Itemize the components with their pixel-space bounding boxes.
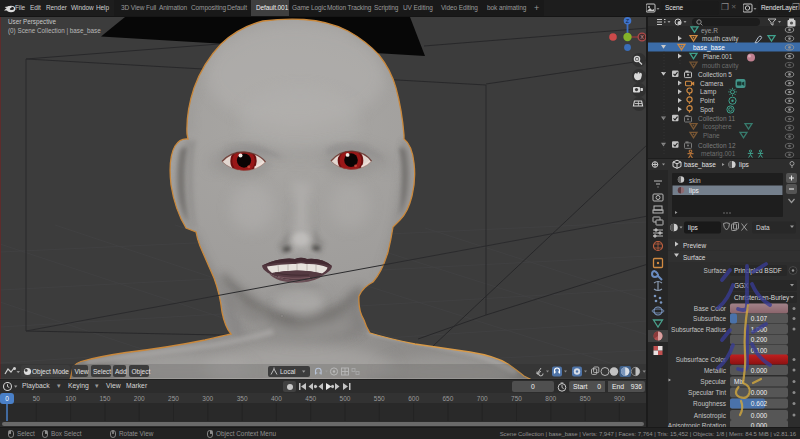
svg-text:0.000: 0.000 (751, 389, 768, 396)
svg-text:700: 700 (477, 395, 488, 402)
svg-text:Icosphere: Icosphere (703, 123, 732, 131)
svg-text:200: 200 (134, 395, 145, 402)
svg-text:900: 900 (614, 395, 625, 402)
svg-text:mouth cavity: mouth cavity (702, 62, 739, 70)
svg-text:850: 850 (580, 395, 591, 402)
svg-text:0: 0 (5, 395, 9, 402)
svg-text:100: 100 (65, 395, 76, 402)
svg-text:0.602: 0.602 (751, 400, 768, 407)
svg-text:Data: Data (756, 224, 770, 231)
svg-text:base_base: base_base (693, 44, 725, 52)
svg-text:Metallic: Metallic (704, 367, 727, 374)
svg-text:650: 650 (442, 395, 453, 402)
svg-text:Subsurface: Subsurface (693, 315, 726, 322)
svg-text:550: 550 (374, 395, 385, 402)
svg-text:150: 150 (99, 395, 110, 402)
svg-text:base_base: base_base (684, 161, 716, 169)
svg-text:X: X (640, 34, 644, 40)
svg-text:lips: lips (689, 187, 700, 195)
svg-text:Point: Point (700, 97, 715, 104)
svg-text:Specular Tint: Specular Tint (688, 389, 726, 397)
svg-text:0.000: 0.000 (751, 412, 768, 419)
svg-text:Roughness: Roughness (693, 400, 727, 408)
svg-text:Plane.001: Plane.001 (703, 53, 733, 60)
svg-text:0.000: 0.000 (751, 367, 768, 374)
svg-text:0.200: 0.200 (751, 336, 768, 343)
svg-text:400: 400 (271, 395, 282, 402)
svg-text:350: 350 (237, 395, 248, 402)
svg-text:Preview: Preview (683, 242, 706, 249)
svg-text:Local: Local (280, 368, 296, 375)
svg-text:Surface: Surface (683, 254, 706, 261)
svg-text:lips: lips (688, 224, 699, 232)
svg-text:Specular: Specular (700, 378, 726, 386)
svg-text:Collection 5: Collection 5 (698, 71, 732, 78)
svg-text:250: 250 (168, 395, 179, 402)
svg-text:Collection 12: Collection 12 (698, 142, 736, 149)
svg-text:Anisotropic: Anisotropic (694, 412, 727, 420)
svg-text:Collection 11: Collection 11 (698, 115, 735, 122)
svg-text:800: 800 (545, 395, 556, 402)
svg-text:skin: skin (689, 177, 701, 184)
svg-text:Camera: Camera (700, 80, 724, 87)
svg-text:0.107: 0.107 (751, 315, 768, 322)
svg-text:Subsurface Radius: Subsurface Radius (671, 326, 727, 333)
svg-text:600: 600 (408, 395, 419, 402)
svg-text:Lamp: Lamp (700, 88, 717, 96)
svg-text:Plane: Plane (703, 132, 720, 139)
svg-text:450: 450 (305, 395, 316, 402)
svg-text:lips: lips (739, 161, 750, 169)
svg-text:Subsurface Color: Subsurface Color (676, 356, 727, 363)
svg-text:Spot: Spot (700, 106, 714, 114)
svg-text:750: 750 (511, 395, 522, 402)
svg-text:Surface: Surface (704, 267, 727, 274)
svg-text:eye.R: eye.R (701, 27, 718, 35)
svg-text:mouth cavity: mouth cavity (702, 35, 739, 43)
svg-text:300: 300 (202, 395, 213, 402)
svg-text:50: 50 (33, 395, 41, 402)
svg-text:500: 500 (340, 395, 351, 402)
